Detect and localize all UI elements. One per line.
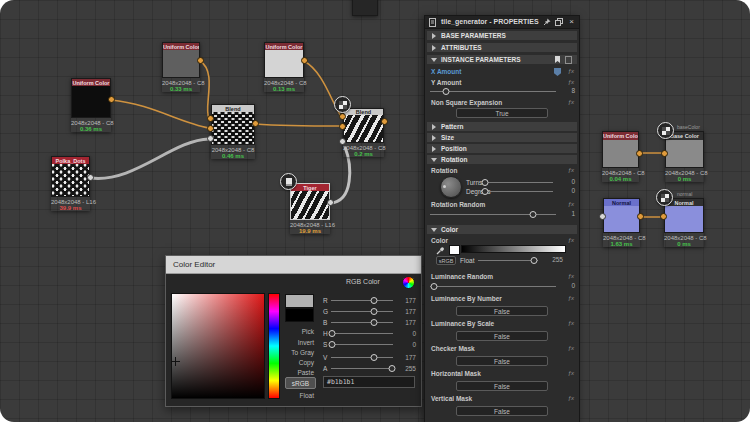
degrees-slider[interactable] xyxy=(483,187,553,195)
output-usage-badge[interactable] xyxy=(657,122,674,139)
node-uniform-color-a[interactable]: Uniform Color 2048x2048 - C8 0.36 ms xyxy=(71,78,111,132)
function-icon[interactable]: ƒx xyxy=(568,79,574,85)
dock-icon[interactable] xyxy=(555,18,563,26)
input-dot[interactable] xyxy=(660,213,667,220)
picker-crosshair[interactable] xyxy=(171,357,180,366)
output-usage-badge[interactable] xyxy=(656,189,673,206)
copy-button[interactable]: Copy xyxy=(280,359,314,366)
function-icon[interactable]: ƒx xyxy=(568,395,574,401)
color-value-swatch[interactable] xyxy=(449,245,460,255)
section-position[interactable]: Position xyxy=(427,144,577,153)
output-dot[interactable] xyxy=(108,96,115,103)
luminance-by-number-button[interactable]: False xyxy=(456,306,548,316)
input-dot-foreground[interactable] xyxy=(339,113,346,120)
channel-slider-r[interactable] xyxy=(331,296,393,304)
channel-slider-h[interactable] xyxy=(331,329,393,337)
horizontal-mask-button[interactable]: False xyxy=(456,381,548,391)
output-dot[interactable] xyxy=(636,150,643,157)
color-editor-window[interactable]: Color Editor RGB Color Pick Invert To Gr… xyxy=(165,255,422,407)
section-base-parameters[interactable]: BASE PARAMETERS xyxy=(427,31,577,40)
node-normal[interactable]: Normal 2048x2048 - C8 1.63 ms xyxy=(603,198,640,247)
channel-slider-b[interactable] xyxy=(331,318,393,326)
rotation-dial[interactable] xyxy=(440,176,462,198)
channel-slider-s[interactable] xyxy=(331,340,393,348)
invert-button[interactable]: Invert xyxy=(280,339,314,346)
channel-slider-a[interactable] xyxy=(331,364,393,372)
function-icon[interactable]: ƒx xyxy=(568,295,574,301)
color-editor-titlebar[interactable]: Color Editor xyxy=(166,256,421,274)
paste-button[interactable]: Paste xyxy=(280,369,314,376)
node-uniform-color-d[interactable]: Uniform Color 2048x2048 - C8 0.04 ms xyxy=(602,131,639,182)
function-icon[interactable]: ƒx xyxy=(568,167,574,173)
node-blend-b[interactable]: Blend 2048x2048 - C8 0.2 ms xyxy=(343,108,384,157)
vertical-mask-button[interactable]: False xyxy=(456,406,548,416)
checker-mask-button[interactable]: False xyxy=(456,356,548,366)
output-dot[interactable] xyxy=(252,120,259,127)
to-gray-button[interactable]: To Gray xyxy=(280,349,314,356)
output-dot[interactable] xyxy=(637,213,644,220)
function-icon[interactable]: ƒx xyxy=(568,345,574,351)
float-mode-button[interactable]: Float xyxy=(280,392,314,399)
properties-titlebar[interactable]: tile_generator - PROPERTIES × xyxy=(425,16,579,29)
input-dot-foreground[interactable] xyxy=(207,115,214,122)
section-instance-parameters[interactable]: INSTANCE PARAMETERS xyxy=(427,55,577,64)
node-normal-output[interactable]: Normal 2048x2048 - C8 0 ms xyxy=(664,198,704,247)
node-blend-a[interactable]: Blend 2048x2048 - C8 0.46 ms xyxy=(211,104,255,159)
color-wheel-icon[interactable] xyxy=(402,276,415,289)
function-icon[interactable]: ƒx xyxy=(568,370,574,376)
channel-slider-v[interactable] xyxy=(331,353,393,361)
function-icon[interactable]: ƒx xyxy=(568,99,574,105)
input-dot-background[interactable] xyxy=(207,125,214,132)
function-icon[interactable]: ƒx xyxy=(568,201,574,207)
function-icon[interactable]: ƒx xyxy=(568,273,574,279)
channel-slider-g[interactable] xyxy=(331,307,393,315)
luminance-random-slider[interactable] xyxy=(430,282,556,290)
param-x-amount[interactable]: X Amount xyxy=(431,68,461,75)
exposed-shield-icon[interactable] xyxy=(554,68,561,76)
output-dot[interactable] xyxy=(197,57,204,64)
function-icon[interactable]: ƒx xyxy=(568,68,574,74)
section-color[interactable]: Color xyxy=(427,225,577,234)
properties-panel[interactable]: tile_generator - PROPERTIES × BASE PARAM… xyxy=(424,15,580,422)
blend-mode-badge[interactable] xyxy=(334,96,351,113)
node-polka-dots[interactable]: Polka_Dots 2048x2048 - L16 39.9 ms xyxy=(51,156,90,211)
output-dot[interactable] xyxy=(381,118,388,125)
node-base-color-output[interactable]: Base Color 2048x2048 - C8 0 ms xyxy=(665,131,704,182)
node-graph-canvas[interactable]: Uniform Color 2048x2048 - C8 0.36 ms Uni… xyxy=(0,0,750,422)
bookmark-icon[interactable] xyxy=(554,56,561,64)
input-dot-opacity[interactable] xyxy=(339,138,346,145)
y-amount-slider[interactable] xyxy=(430,87,556,95)
node-uniform-color-b[interactable]: Uniform Color 2048x2048 - C8 0.33 ms xyxy=(162,42,200,92)
node-tiger[interactable]: Tiger 2048x2048 - L16 19.9 ms xyxy=(290,183,330,234)
output-dot[interactable] xyxy=(301,57,308,64)
output-dot[interactable] xyxy=(87,174,94,181)
srgb-mode-button[interactable]: sRGB xyxy=(285,377,316,389)
rotation-random-slider[interactable] xyxy=(430,210,556,218)
section-size[interactable]: Size xyxy=(427,133,577,142)
eyedropper-icon[interactable] xyxy=(436,245,446,255)
color-gradient-bar[interactable] xyxy=(461,245,566,253)
pick-button[interactable]: Pick xyxy=(280,328,314,335)
graph-instance-badge[interactable] xyxy=(280,173,297,190)
close-icon[interactable]: × xyxy=(569,17,574,26)
output-dot[interactable] xyxy=(327,199,334,206)
clipped-node[interactable] xyxy=(352,0,378,16)
pin-icon[interactable] xyxy=(543,18,551,26)
luminance-by-scale-button[interactable]: False xyxy=(456,331,548,341)
saturation-value-picker[interactable] xyxy=(171,293,265,399)
section-rotation[interactable]: Rotation xyxy=(427,155,577,164)
input-dot[interactable] xyxy=(599,213,606,220)
hue-strip[interactable] xyxy=(268,293,280,399)
preset-icon[interactable] xyxy=(565,56,572,64)
input-dot-background[interactable] xyxy=(339,123,346,130)
input-dot[interactable] xyxy=(661,150,668,157)
input-dot-opacity[interactable] xyxy=(207,135,214,142)
section-attributes[interactable]: ATTRIBUTES xyxy=(427,43,577,52)
section-pattern[interactable]: Pattern xyxy=(427,122,577,131)
node-uniform-color-c[interactable]: Uniform Color 2048x2048 - C8 0.13 ms xyxy=(264,42,304,92)
hex-color-input[interactable]: #b1b1b1 xyxy=(323,376,415,388)
color-float-slider[interactable] xyxy=(478,256,538,264)
function-icon[interactable]: ƒx xyxy=(568,237,574,243)
turns-slider[interactable] xyxy=(483,178,553,186)
non-square-toggle-button[interactable]: True xyxy=(456,108,548,118)
